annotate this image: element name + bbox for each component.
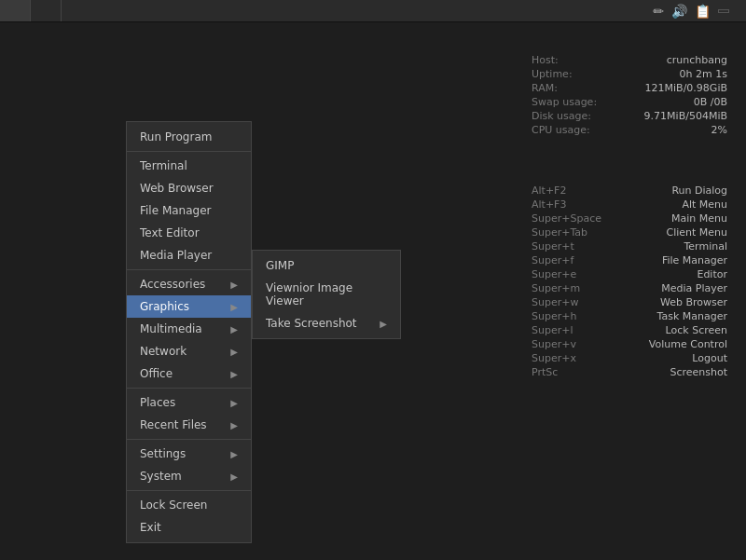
audio-icon[interactable]: 🔊 [671,4,687,19]
sysinfo-key: Uptime: [532,68,573,80]
submenu-label: Viewnior Image Viewer [266,281,387,307]
sysinfo-row: CPU usage:2% [532,124,727,136]
shortcut-row: Alt+F2Run Dialog [532,184,727,197]
sysinfo-key: RAM: [532,82,558,94]
menu-item-system[interactable]: System▶ [127,465,251,487]
menu-label: Terminal [140,159,187,172]
shortcut-row: PrtScScreenshot [532,366,727,378]
sysinfo-row: Swap usage:0B /0B [532,96,727,108]
menu-item-lock-screen[interactable]: Lock Screen [127,494,251,516]
submenu-arrow-icon: ▶ [230,347,238,357]
sysinfo-key: Disk usage: [532,110,591,122]
menu-label: Network [140,345,186,358]
menu-item-exit[interactable]: Exit [127,516,251,539]
shortcut-row: Super+TabClient Menu [532,226,727,239]
shortcut-key: Super+f [532,254,573,266]
shortcut-val: Editor [697,268,727,280]
workspace-1[interactable] [0,0,31,21]
menu-label: Exit [140,521,161,534]
menu-label: File Manager [140,204,212,217]
menu-separator [127,269,251,270]
shortcut-row: Super+lLock Screen [532,324,727,336]
sysinfo-key: CPU usage: [532,124,590,136]
menu-label: Recent Files [140,418,207,431]
submenu-item-take-screenshot[interactable]: Take Screenshot▶ [253,312,400,335]
sysinfo-row: RAM:121MiB/0.98GiB [532,82,727,94]
submenu-arrow-icon: ▶ [230,324,238,335]
menu-label: Media Player [140,249,212,262]
shortcut-row: Super+mMedia Player [532,282,727,294]
menu-separator [127,490,251,491]
menu-item-graphics[interactable]: Graphics▶ [127,295,251,318]
submenu-label: Take Screenshot [266,317,357,330]
menu-label: Lock Screen [140,499,207,512]
menu-label: Places [140,396,175,409]
sysinfo-key: Swap usage: [532,96,597,108]
submenu-arrow-icon: ▶ [230,398,238,408]
shortcut-row: Super+tTerminal [532,240,727,253]
sysinfo-row: Disk usage:9.71MiB/504MiB [532,110,727,122]
shortcut-key: Super+m [532,282,580,294]
submenu-item-gimp[interactable]: GIMP [253,254,400,277]
menu-item-text-editor[interactable]: Text Editor [127,222,251,244]
submenu-arrow-icon: ▶ [380,319,387,329]
sysinfo-val: crunchbang [667,54,727,66]
shortcut-key: Super+l [532,324,573,336]
menu-item-web-browser[interactable]: Web Browser [127,177,251,199]
menu-item-terminal[interactable]: Terminal [127,155,251,177]
menu-item-accessories[interactable]: Accessories▶ [127,273,251,295]
menu-item-media-player[interactable]: Media Player [127,244,251,266]
menu-item-office[interactable]: Office▶ [127,362,251,385]
sysinfo-val: 0h 2m 1s [680,68,727,80]
main-menu: Run ProgramTerminalWeb BrowserFile Manag… [126,121,252,543]
menu-separator [127,388,251,389]
workspace-2[interactable] [31,0,62,21]
menu-item-network[interactable]: Network▶ [127,340,251,362]
shortcut-val: Media Player [661,282,727,294]
language-indicator[interactable] [718,9,729,13]
shortcut-val: Screenshot [670,366,727,378]
clipboard-icon[interactable]: 📋 [695,4,711,19]
shortcut-keys-panel: Alt+F2Run DialogAlt+F3Alt MenuSuper+Spac… [532,177,727,380]
shortcut-key: Alt+F3 [532,198,566,211]
shortcut-row: Super+wWeb Browser [532,296,727,308]
sysinfo-val: 9.71MiB/504MiB [644,110,727,122]
menu-item-settings[interactable]: Settings▶ [127,443,251,465]
pen-icon[interactable]: ✏ [653,4,664,19]
shortcut-key: Super+w [532,296,578,308]
menu-label: Settings [140,447,186,460]
submenu-items-container: GIMPViewnior Image ViewerTake Screenshot… [253,254,400,335]
shortcut-row: Super+fFile Manager [532,254,727,266]
shortcut-row: Super+hTask Manager [532,310,727,322]
menu-label: Run Program [140,130,212,143]
submenu-arrow-icon: ▶ [230,420,238,430]
shortcut-key: Alt+F2 [532,184,566,197]
shortcut-val: Terminal [684,240,728,253]
submenu-item-viewnior[interactable]: Viewnior Image Viewer [253,277,400,312]
shortcut-key: Super+e [532,268,576,280]
submenu-arrow-icon: ▶ [230,280,238,290]
menu-item-file-manager[interactable]: File Manager [127,199,251,222]
menu-item-places[interactable]: Places▶ [127,391,251,414]
menu-label: System [140,470,182,483]
shortcut-val: Task Manager [657,310,727,322]
taskbar: ✏ 🔊 📋 [0,0,746,22]
shortcut-val: Lock Screen [666,324,727,336]
shortcut-key: Super+Space [532,212,601,225]
graphics-submenu: GIMPViewnior Image ViewerTake Screenshot… [252,250,401,339]
menu-items-container: Run ProgramTerminalWeb BrowserFile Manag… [127,126,251,539]
shortcut-rows: Alt+F2Run DialogAlt+F3Alt MenuSuper+Spac… [532,184,727,378]
submenu-arrow-icon: ▶ [230,449,238,459]
shortcut-val: Client Menu [666,226,727,239]
menu-item-recent-files[interactable]: Recent Files▶ [127,414,251,436]
shortcut-row: Super+eEditor [532,268,727,280]
taskbar-right: ✏ 🔊 📋 [653,4,746,19]
sysinfo-val: 2% [711,124,727,136]
menu-item-run-program[interactable]: Run Program [127,126,251,148]
menu-item-multimedia[interactable]: Multimedia▶ [127,318,251,340]
shortcut-row: Alt+F3Alt Menu [532,198,727,211]
submenu-arrow-icon: ▶ [230,302,238,312]
shortcut-val: Logout [692,352,727,364]
sysinfo-key: Host: [532,54,559,66]
menu-label: Graphics [140,300,189,313]
